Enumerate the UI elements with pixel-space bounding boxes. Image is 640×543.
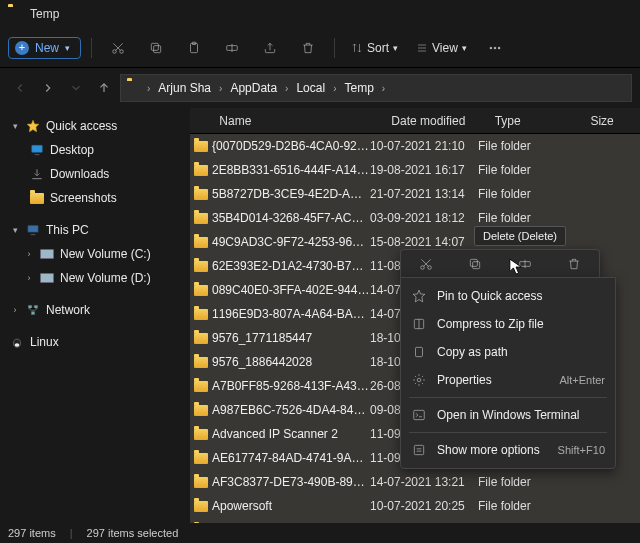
- sidebar-item-drive-d[interactable]: ›New Volume (D:): [4, 266, 186, 290]
- menu-pin-quick-access[interactable]: Pin to Quick access: [401, 282, 615, 310]
- sidebar-item-quick-access[interactable]: ▾Quick access: [4, 114, 186, 138]
- cursor-icon: [509, 258, 523, 279]
- svg-rect-12: [28, 305, 32, 308]
- file-name: 5B8727DB-3CE9-4E2D-AEB8-1F9FD65A41...: [212, 187, 370, 201]
- folder-icon: [190, 453, 212, 464]
- folder-icon: [190, 357, 212, 368]
- delete-icon[interactable]: [565, 255, 583, 273]
- file-date: 10-07-2021 20:25: [370, 499, 478, 513]
- menu-compress-zip[interactable]: Compress to Zip file: [401, 310, 615, 338]
- table-row[interactable]: 35B4D014-3268-45F7-ACE3-93A674CEFEE303-0…: [190, 206, 640, 230]
- folder-icon: [190, 165, 212, 176]
- status-bar: 297 items | 297 items selected: [0, 523, 640, 543]
- folder-icon: [190, 309, 212, 320]
- sidebar-item-network[interactable]: ›Network: [4, 298, 186, 322]
- svg-point-24: [417, 378, 421, 382]
- svg-rect-13: [34, 305, 38, 308]
- folder-icon: [190, 381, 212, 392]
- more-icon[interactable]: [485, 38, 505, 58]
- sidebar-item-this-pc[interactable]: ▾This PC: [4, 218, 186, 242]
- svg-point-8: [494, 47, 496, 49]
- sidebar-item-linux[interactable]: Linux: [4, 330, 186, 354]
- nav-recent-button[interactable]: [64, 76, 88, 100]
- breadcrumb-segment[interactable]: AppData: [228, 81, 279, 95]
- svg-rect-20: [471, 259, 478, 266]
- file-name: 49C9AD3C-9F72-4253-964A-CD90626E7B...: [212, 235, 370, 249]
- svg-point-9: [498, 47, 500, 49]
- svg-rect-3: [151, 43, 158, 50]
- delete-icon[interactable]: [298, 38, 318, 58]
- context-menu: Pin to Quick access Compress to Zip file…: [400, 277, 616, 469]
- svg-rect-19: [473, 261, 480, 268]
- nav-up-button[interactable]: [92, 76, 116, 100]
- file-name: 9576_1886442028: [212, 355, 370, 369]
- folder-icon: [190, 477, 212, 488]
- cut-icon[interactable]: [417, 255, 435, 273]
- view-button[interactable]: View ▾: [410, 41, 473, 55]
- rename-icon[interactable]: [222, 38, 242, 58]
- sidebar-item-downloads[interactable]: Downloads: [4, 162, 186, 186]
- folder-icon: [127, 81, 141, 95]
- nav-forward-button[interactable]: [36, 76, 60, 100]
- nav-back-button[interactable]: [8, 76, 32, 100]
- table-row[interactable]: AF3C8377-DE73-490B-89CE-5F15AEE58B4114-0…: [190, 470, 640, 494]
- svg-point-7: [490, 47, 492, 49]
- menu-properties[interactable]: PropertiesAlt+Enter: [401, 366, 615, 394]
- context-toolbar: [400, 249, 600, 277]
- breadcrumb-segment[interactable]: Temp: [342, 81, 375, 95]
- folder-icon: [190, 501, 212, 512]
- file-name: 2E8BB331-6516-444F-A148-3D0C55E87487: [212, 163, 370, 177]
- sort-label: Sort: [367, 41, 389, 55]
- file-name: Advanced IP Scanner 2: [212, 427, 370, 441]
- col-type[interactable]: Type: [487, 114, 583, 128]
- column-headers: Name Date modified Type Size: [190, 108, 640, 134]
- breadcrumb[interactable]: › Arjun Sha› AppData› Local› Temp›: [120, 74, 632, 102]
- folder-icon: [8, 7, 22, 21]
- view-label: View: [432, 41, 458, 55]
- svg-rect-14: [31, 312, 35, 315]
- breadcrumb-segment[interactable]: Local: [294, 81, 327, 95]
- file-type: File folder: [478, 163, 578, 177]
- plus-icon: +: [15, 41, 29, 55]
- file-type: File folder: [478, 211, 578, 225]
- table-row[interactable]: 5B8727DB-3CE9-4E2D-AEB8-1F9FD65A41...21-…: [190, 182, 640, 206]
- sidebar-item-drive-c[interactable]: ›New Volume (C:): [4, 242, 186, 266]
- sidebar-item-screenshots[interactable]: Screenshots: [4, 186, 186, 210]
- folder-icon: [190, 285, 212, 296]
- share-icon[interactable]: [260, 38, 280, 58]
- paste-icon[interactable]: [184, 38, 204, 58]
- file-date: 15-08-2021 14:07: [370, 235, 478, 249]
- file-date: 10-07-2021 21:10: [370, 139, 478, 153]
- col-name[interactable]: Name: [211, 114, 383, 128]
- svg-rect-2: [154, 45, 161, 52]
- menu-copy-path[interactable]: Copy as path: [401, 338, 615, 366]
- svg-rect-11: [28, 225, 39, 232]
- file-name: 1196E9D3-807A-4A64-BA51-D1A690271B...: [212, 307, 370, 321]
- chevron-down-icon: ▾: [65, 43, 70, 53]
- menu-open-terminal[interactable]: Open in Windows Terminal: [401, 401, 615, 429]
- file-name: AF3C8377-DE73-490B-89CE-5F15AEE58B41: [212, 475, 370, 489]
- menu-show-more[interactable]: Show more optionsShift+F10: [401, 436, 615, 464]
- folder-icon: [190, 429, 212, 440]
- address-bar: › Arjun Sha› AppData› Local› Temp›: [0, 68, 640, 108]
- svg-rect-26: [414, 445, 423, 454]
- new-button[interactable]: + New ▾: [8, 37, 81, 59]
- file-name: 9576_1771185447: [212, 331, 370, 345]
- table-row[interactable]: {0070D529-D2B6-4CA0-925E-E99D5B637...10-…: [190, 134, 640, 158]
- svg-point-16: [15, 343, 20, 347]
- copy-icon[interactable]: [146, 38, 166, 58]
- col-size[interactable]: Size: [582, 114, 640, 128]
- sort-button[interactable]: Sort ▾: [345, 41, 404, 55]
- new-button-label: New: [35, 41, 59, 55]
- copy-icon[interactable]: [466, 255, 484, 273]
- file-type: File folder: [478, 139, 578, 153]
- file-name: A7B0FF85-9268-413F-A43F-6E6DABDF03B5: [212, 379, 370, 393]
- table-row[interactable]: Apowersoft10-07-2021 20:25File folder: [190, 494, 640, 518]
- breadcrumb-segment[interactable]: Arjun Sha: [156, 81, 213, 95]
- svg-rect-25: [414, 410, 425, 419]
- sidebar-item-desktop[interactable]: Desktop: [4, 138, 186, 162]
- table-row[interactable]: 2E8BB331-6516-444F-A148-3D0C55E8748719-0…: [190, 158, 640, 182]
- col-date[interactable]: Date modified: [383, 114, 486, 128]
- folder-icon: [190, 405, 212, 416]
- cut-icon[interactable]: [108, 38, 128, 58]
